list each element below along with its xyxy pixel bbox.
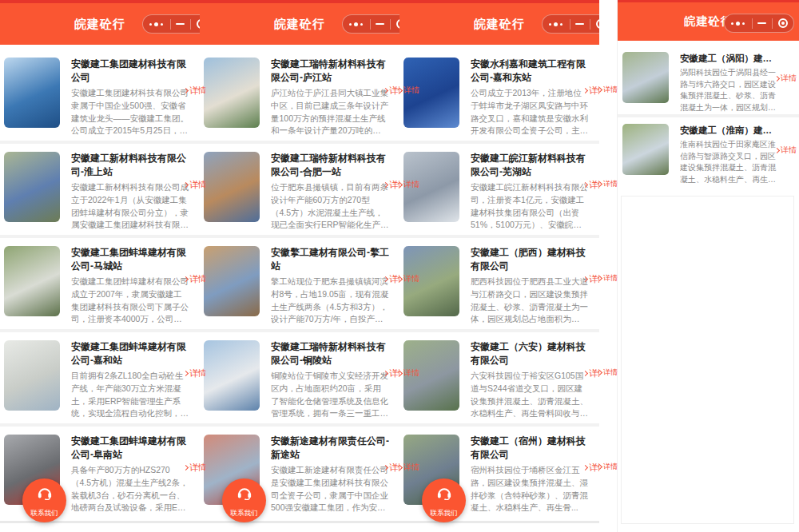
chevron-right-icon (183, 276, 189, 282)
item-detail-link[interactable]: 详情 (184, 85, 200, 97)
capsule-divider (370, 19, 371, 30)
chevron-right-icon (582, 182, 588, 188)
detail-link-label: 详情 (589, 462, 599, 474)
window-controls (724, 14, 794, 33)
item-detail-link[interactable]: 详情 (583, 462, 599, 474)
detail-link-label: 详情 (389, 367, 400, 379)
mini-program-window-2: 皖建砼行 安徽建工瑞特新材料科技有限公司-庐江站 庐江站位于庐江县同大镇工业集中… (200, 0, 400, 532)
chevron-right-icon (582, 371, 588, 376)
list-item[interactable]: 安徽建工集团建材科技有限公司 安徽建工集团建材科技有限公司隶属于中国企业500强… (0, 50, 200, 141)
clipped-detail-link[interactable]: 详情 (599, 85, 618, 95)
item-title: 安徽建工（涡阳）建材科技有限公司 (680, 52, 778, 65)
contact-us-button[interactable]: 联系我们 (422, 478, 466, 522)
item-detail-link[interactable]: 详情 (384, 85, 400, 97)
chevron-right-icon (599, 87, 602, 93)
detail-link-label: 详情 (403, 462, 419, 473)
more-icon[interactable] (548, 22, 564, 26)
item-thumbnail (4, 152, 60, 222)
item-description: 庐江站位于庐江县同大镇工业集中区，目前已建成三条年设计产量100万方的预拌混凝土… (271, 87, 389, 138)
contact-us-label: 联系我们 (22, 509, 66, 518)
more-icon[interactable] (149, 22, 165, 26)
item-description: 宿州科技园位于埇桥区金江五路，园区建设集预拌混凝土、湿拌砂浆（含特种砂浆）、沥青… (471, 464, 589, 515)
clipped-detail-link[interactable]: 详情 (599, 179, 618, 189)
item-description: 具备年产80万方的HZS270（4.5方机）混凝土生产线2条，装载机3台，砂石分… (71, 464, 189, 515)
clipped-detail-link[interactable]: 情 (200, 273, 206, 284)
clipped-detail-link[interactable]: 情 (200, 85, 206, 96)
detail-link-label: 详情 (603, 462, 618, 472)
minimize-icon[interactable] (176, 23, 185, 25)
detail-link-label: 详情 (189, 179, 200, 191)
clipped-detail-link[interactable]: 情 (200, 462, 206, 473)
clipped-detail-link[interactable]: 详情 (400, 367, 419, 379)
item-detail-link[interactable]: 详情 (583, 273, 599, 285)
list-item[interactable]: 安徽建工集团蚌埠建材有限公司-嘉和站 目前拥有2条ZL180全自动砼生产线，年产… (0, 332, 200, 423)
list-item[interactable]: 安徽建工瑞特新材料科技有限公司-合肥一站 位于肥东县撮镇镇，目前有两条设计年产能… (200, 144, 400, 235)
clipped-detail-link[interactable]: 情 (200, 367, 206, 379)
clipped-detail-link[interactable]: 详情 (400, 85, 419, 96)
item-description: 涡阳科技园位于涡阳县经一路与纬六路交口，园区建设集预拌混凝土、砂浆、沥青混凝土为… (680, 67, 778, 113)
item-detail-link[interactable]: 详情 (583, 367, 599, 379)
item-title: 安徽建工瑞特新材料科技有限公司-合肥一站 (271, 152, 389, 179)
item-title: 安徽建工瑞特新材料科技有限公司-铜陵站 (271, 340, 389, 367)
more-icon[interactable] (348, 22, 364, 26)
detail-link-label: 详情 (781, 145, 797, 156)
item-detail-link[interactable]: 详情 (384, 367, 400, 379)
list-item[interactable]: 安徽建工皖江新材料科技有限公司-芜湖站 安徽建工皖江新材料科技有限公司，注册资本… (400, 144, 599, 235)
list-item[interactable]: 安徽建工瑞特新材料科技有限公司-庐江站 庐江站位于庐江县同大镇工业集中区，目前已… (200, 50, 400, 141)
list-item[interactable]: 安徽建工瑞特新材料科技有限公司-铜陵站 铜陵站位于铜陵市义安经济开发区内，占地面… (200, 332, 400, 423)
clipped-detail-link[interactable]: 详情 (400, 462, 419, 473)
item-detail-link[interactable]: 详情 (384, 462, 400, 474)
more-icon[interactable] (730, 22, 746, 26)
clipped-detail-link[interactable]: 情 (200, 179, 206, 190)
list-item[interactable]: 安徽建工集团蚌埠建材有限公司-马城站 安徽建工集团蚌埠建材有限公司成立于2007… (0, 238, 200, 329)
item-detail-link[interactable]: 详情 (775, 145, 797, 156)
list-item[interactable]: 安徽建工（涡阳）建材科技有限公司 涡阳科技园位于涡阳县经一路与纬六路交口，园区建… (618, 46, 799, 114)
item-detail-link[interactable]: 详情 (775, 73, 797, 84)
item-detail-link[interactable]: 详情 (384, 273, 400, 285)
list-item[interactable]: 安徽建工新材料科技有限公司-淮上站 安徽建工新材料科技有限公司成立于2022年1… (0, 144, 200, 235)
item-description: 安徽建工集团建材科技有限公司隶属于中国企业500强、安徽省建筑业龙头——安徽建工… (71, 87, 189, 138)
headset-icon (236, 485, 253, 500)
capsule-divider (590, 19, 590, 30)
item-title: 安徽建工集团蚌埠建材有限公司-嘉和站 (71, 340, 189, 367)
exit-icon[interactable] (778, 18, 788, 28)
item-title: 安徽建工（肥西）建材科技有限公司 (471, 246, 589, 273)
item-detail-link[interactable]: 详情 (184, 462, 200, 474)
item-detail-link[interactable]: 详情 (184, 367, 200, 379)
window-controls (342, 14, 400, 34)
detail-link-label: 详情 (403, 179, 419, 190)
contact-us-button[interactable]: 联系我们 (22, 478, 66, 522)
item-description: 公司成立于2013年，注册地位于蚌埠市龙子湖区凤安路与中环路交叉口，嘉和建筑是安… (471, 87, 589, 138)
window-controls (142, 14, 200, 34)
clipped-detail-link[interactable]: 详情 (400, 179, 419, 190)
headset-icon (435, 485, 453, 500)
detail-link-label: 详情 (189, 273, 200, 285)
clipped-detail-link[interactable]: 详情 (599, 462, 618, 472)
item-description: 擎工站现位于肥东县撮镇镇河滨村8号，占地19.05亩，现有混凝土生产线两条（4.… (271, 276, 389, 327)
minimize-icon[interactable] (757, 22, 766, 24)
item-detail-link[interactable]: 详情 (583, 85, 599, 97)
clipped-detail-link[interactable]: 详情 (599, 273, 618, 284)
item-title: 安徽建工（宿州）建材科技有限公司 (471, 435, 589, 462)
item-detail-link[interactable]: 详情 (184, 273, 200, 285)
window-controls (542, 14, 599, 34)
list-item[interactable]: 安徽建工（淮南）建材科技有限公司 淮南科技园位于田家庵区淮信路与智源路交叉口，园… (618, 117, 799, 186)
item-title: 安徽建工（淮南）建材科技有限公司 (680, 124, 778, 137)
minimize-icon[interactable] (376, 23, 384, 25)
item-detail-link[interactable]: 详情 (583, 179, 599, 191)
item-detail-link[interactable]: 详情 (184, 179, 200, 191)
clipped-detail-link[interactable]: 详情 (400, 273, 419, 284)
item-detail-link[interactable]: 详情 (384, 179, 400, 191)
list-item[interactable]: 安徽建工（六安）建材科技有限公司 六安科技园位于裕安区G105国道与S244省道… (400, 332, 599, 423)
item-description: 目前拥有2条ZL180全自动砼生产线，年产能30万立方米混凝土，采用ERP智能管… (71, 370, 189, 421)
item-thumbnail (4, 246, 60, 316)
detail-link-label: 详情 (603, 367, 618, 378)
item-description: 肥西科技园位于肥西县工业大道与江桥路交口，园区建设集预拌混凝土、砂浆、沥青混凝土… (471, 276, 589, 327)
list-item[interactable]: 安徽水利嘉和建筑工程有限公司-嘉和东站 公司成立于2013年，注册地位于蚌埠市龙… (400, 50, 599, 141)
list-item[interactable]: 安徽建工（肥西）建材科技有限公司 肥西科技园位于肥西县工业大道与江桥路交口，园区… (400, 238, 599, 329)
app-header: 皖建砼行 (0, 3, 200, 45)
clipped-detail-link[interactable]: 详情 (599, 367, 618, 378)
list-item[interactable]: 安徽擎工建材有限公司-擎工站 擎工站现位于肥东县撮镇镇河滨村8号，占地19.05… (200, 238, 400, 329)
minimize-icon[interactable] (575, 23, 584, 25)
contact-us-button[interactable]: 联系我们 (222, 478, 266, 522)
